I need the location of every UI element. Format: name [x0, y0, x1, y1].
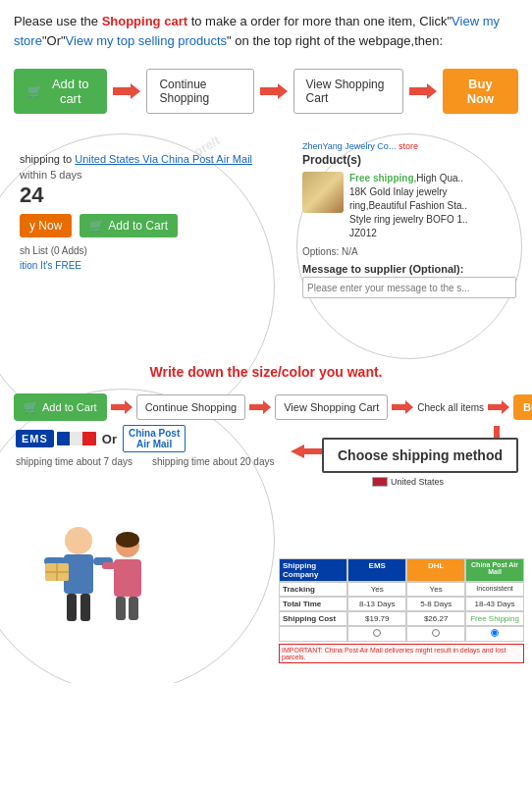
svg-rect-21 [128, 562, 141, 569]
choose-shipping-label: Choose shipping method [338, 447, 503, 463]
svg-rect-13 [67, 594, 77, 621]
shipping-info: shipping to United States Via China Post… [20, 153, 275, 165]
view-top-selling-link[interactable]: View my top selling products [66, 33, 228, 48]
product-options: Options: N/A [302, 246, 516, 257]
price-number: 24 [20, 183, 275, 208]
write-down-text: Write down the size/color you want. [150, 364, 383, 380]
radio-row [279, 626, 524, 642]
product-description: Free shipping,High Qua..18K Gold Inlay j… [349, 172, 468, 240]
intro-or: "Or" [42, 33, 66, 48]
intro-prefix: Please use the [14, 14, 102, 28]
comparison-table: Shipping Company EMS DHL China Post Air … [279, 558, 524, 663]
cost-row: Shipping Cost $19.79 $26.27 Free Shippin… [279, 611, 524, 626]
svg-rect-22 [116, 597, 126, 620]
chinapost-cost-cell: Free Shipping [465, 611, 524, 626]
view-shopping-cart-label-2: View Shopping Cart [284, 401, 379, 413]
svg-marker-5 [392, 400, 413, 414]
flow-row-2: 🛒 Add to Cart Continue Shopping View Sho… [0, 393, 532, 421]
ems-stripe [57, 432, 96, 445]
arrow-3 [409, 81, 437, 101]
condition: ition It's FREE [20, 260, 275, 271]
ems-radio[interactable] [373, 629, 381, 637]
buy-now-label-2: Buy Now [523, 401, 532, 413]
svg-rect-20 [102, 562, 116, 569]
ems-option: EMS [16, 430, 96, 447]
tracking-label: Tracking [279, 582, 347, 597]
action-buttons: y Now 🛒 Add to Cart [20, 214, 275, 237]
flow-row-1: 🛒 Add to cart Continue Shopping View Sho… [0, 61, 532, 124]
add-to-cart-label: Add to cart [47, 77, 93, 106]
right-circle-content: ZhenYang Jewelry Co... store Product(s) … [302, 141, 516, 298]
arrow-flow2-1 [111, 399, 133, 415]
buy-now-button-left[interactable]: y Now [20, 214, 72, 237]
cart-icon-left: 🛒 [89, 219, 104, 233]
china-post-option: China PostAir Mail [123, 425, 186, 452]
svg-marker-0 [113, 83, 140, 99]
shipping-options-row: EMS Or China PostAir Mail [16, 425, 281, 452]
add-to-cart-button-top[interactable]: 🛒 Add to cart [14, 69, 107, 114]
dhl-radio[interactable] [432, 629, 440, 637]
shipping-cost-label: Shipping Cost [279, 611, 347, 626]
shopping-cart-highlight: Shopping cart [102, 14, 187, 28]
buy-now-label-left: y Now [29, 219, 62, 233]
choose-shipping-box: Choose shipping method [322, 438, 518, 473]
ems-cost-cell: $19.79 [347, 611, 406, 626]
left-circle-content: shipping to United States Via China Post… [20, 153, 275, 271]
svg-marker-1 [260, 83, 288, 99]
add-to-cart-button-2[interactable]: 🛒 Add to Cart [14, 393, 107, 421]
wish-list: sh List (0 Adds) [20, 245, 275, 256]
buy-now-button-2[interactable]: Buy Now [513, 394, 532, 420]
continue-shopping-label: Continue Shopping [159, 78, 209, 105]
important-note: IMPORTANT: China Post Air Mail deliverie… [279, 644, 524, 663]
product-image [302, 172, 344, 213]
product-item: Free shipping,High Qua..18K Gold Inlay j… [302, 172, 516, 240]
svg-marker-2 [409, 83, 437, 99]
svg-rect-14 [80, 594, 90, 621]
ems-logo: EMS [16, 430, 54, 447]
intro-suffix: " on the top right of the webpage,then: [227, 33, 443, 48]
buy-now-button-top[interactable]: Buy Now [443, 69, 518, 114]
shipping-label: shipping to [20, 153, 75, 165]
chinapost-header: China Post Air Mail [465, 558, 524, 582]
shipping-link[interactable]: United States Via China Post Air Mail [75, 153, 252, 165]
diagram-area: http://www.aliexpress.com/store/t http:/… [0, 124, 532, 683]
arrow-flow2-3 [392, 399, 413, 415]
continue-shopping-label-2: Continue Shopping [145, 401, 238, 413]
check-all-items-label: Check all items [417, 402, 484, 413]
products-title: Product(s) [302, 153, 516, 167]
chinapost-time-cell: 18-43 Days [465, 597, 524, 611]
bottom-shipping-content: EMS Or China PostAir Mail shipping time … [16, 415, 281, 467]
total-time-label: Total Time [279, 597, 347, 611]
message-input[interactable] [302, 277, 516, 298]
dhl-tracking: Yes [406, 582, 465, 597]
buy-now-label-top: Buy Now [467, 77, 494, 106]
ems-tracking: Yes [347, 582, 406, 597]
chinapost-radio[interactable] [491, 629, 499, 637]
cart-icon-2: 🛒 [24, 400, 38, 414]
svg-marker-6 [488, 400, 509, 414]
dhl-time-cell: 5-8 Days [406, 597, 465, 611]
person-illustration [20, 516, 167, 644]
svg-rect-23 [129, 597, 138, 620]
intro-middle: to make a order for more than one item, … [187, 14, 452, 28]
table-header: Shipping Company EMS DHL China Post Air … [279, 558, 524, 582]
add-to-cart-button-left[interactable]: 🛒 Add to Cart [80, 214, 178, 237]
store-label: ZhenYang Jewelry Co... store [302, 141, 516, 151]
arrow-2 [260, 81, 288, 101]
view-shopping-cart-box-2[interactable]: View Shopping Cart [275, 394, 388, 420]
dhl-cost-cell: $26.27 [406, 611, 465, 626]
svg-marker-4 [249, 400, 271, 414]
arrow-flow2-2 [249, 399, 271, 415]
shipping-times-row: shipping time about 7 days shipping time… [16, 456, 281, 467]
us-label: United States [372, 477, 444, 487]
continue-shopping-box-top[interactable]: Continue Shopping [146, 69, 253, 114]
continue-shopping-box-2[interactable]: Continue Shopping [136, 394, 246, 420]
view-shopping-cart-label: View Shopping Cart [306, 78, 385, 105]
intro-text: Please use the Shopping cart to make a o… [0, 0, 532, 61]
ems-time-cell: 8-13 Days [347, 597, 406, 611]
time-row: Total Time 8-13 Days 5-8 Days 18-43 Days [279, 597, 524, 611]
view-shopping-cart-box-top[interactable]: View Shopping Cart [293, 69, 403, 114]
add-to-cart-label-2: Add to Cart [42, 401, 97, 413]
us-flag [372, 477, 388, 487]
us-text: United States [391, 477, 444, 487]
